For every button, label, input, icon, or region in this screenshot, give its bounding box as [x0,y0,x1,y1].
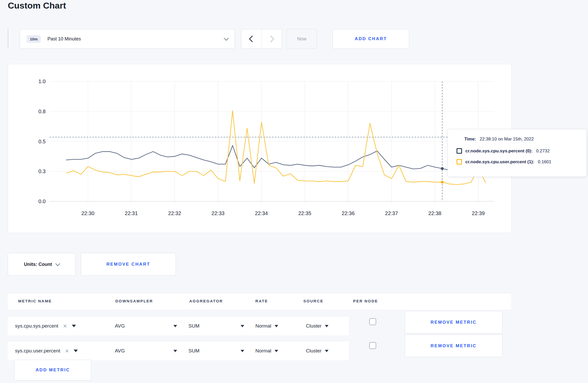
time-range-label: Past 10 Minutes [47,36,81,42]
time-range-badge: 10m [27,35,41,43]
source-value: Cluster [306,348,321,354]
tooltip-time-label: Time: [464,137,476,142]
svg-text:1.0: 1.0 [38,79,46,84]
col-header-aggregator: AGGREGATOR [189,299,223,303]
downsampler-value: AVG [115,323,125,329]
svg-text:0.8: 0.8 [38,109,46,114]
col-header-metric-name: METRIC NAME [18,299,52,303]
caret-down-icon [275,325,278,327]
custom-chart-page: Custom Chart 10m Past 10 Minutes Now ADD… [0,0,588,383]
rate-value: Normal [255,348,271,354]
svg-text:0.3: 0.3 [38,168,46,174]
tooltip-user-name: cr.node.sys.cpu.user.percent (1): [465,159,534,165]
remove-chart-button[interactable]: REMOVE CHART [81,253,176,276]
sys-series-legend-icon [457,148,462,154]
source-value: Cluster [306,323,321,329]
clear-metric-icon[interactable]: ✕ [65,348,69,354]
tooltip-sys-name: cr.node.sys.cpu.sys.percent (0): [465,148,533,154]
col-header-rate: RATE [255,299,268,303]
downsampler-select[interactable]: AVG [115,342,177,360]
chart-tooltip: Time: 22:38:10 on Mar 15th, 2022 cr.node… [447,129,587,177]
caret-down-icon [325,350,328,352]
aggregator-value: SUM [188,323,199,329]
col-header-downsampler: DOWNSAMPLER [115,299,153,303]
now-button[interactable]: Now [286,29,317,49]
aggregator-select[interactable]: SUM [188,342,244,360]
downsampler-value: AVG [115,348,125,354]
units-dropdown[interactable]: Units: Count [8,253,76,276]
caret-down-icon [241,350,244,352]
time-range-dropdown[interactable]: 10m Past 10 Minutes [20,29,235,49]
svg-text:22:31: 22:31 [125,210,138,216]
next-time-button[interactable] [262,29,282,48]
svg-text:22:37: 22:37 [385,210,398,216]
prev-time-button[interactable] [241,29,262,48]
svg-text:22:33: 22:33 [212,210,225,216]
downsampler-select[interactable]: AVG [115,317,177,335]
metric-name-value: sys.cpu.sys.percent [15,323,58,329]
rate-select[interactable]: Normal [255,342,278,360]
chart-card: 0.00.30.50.81.022:3022:3122:3222:3322:34… [8,64,512,233]
per-node-checkbox[interactable] [369,342,376,349]
rate-select[interactable]: Normal [255,317,278,335]
caret-down-icon [241,325,244,327]
table-row: sys.cpu.user.percent ✕ AVG SUM Normal Cl… [8,342,349,360]
svg-text:22:39: 22:39 [472,210,485,216]
caret-down-icon [325,325,328,327]
col-header-per-node: PER NODE [353,299,378,303]
toolbar-divider [8,29,8,49]
units-label: Units: Count [24,262,52,267]
chevron-down-icon [55,261,60,266]
tooltip-time-value: 22:38:10 on Mar 15th, 2022 [480,137,534,142]
rate-value: Normal [255,323,271,329]
remove-metric-button[interactable]: REMOVE METRIC [405,335,502,357]
clear-metric-icon[interactable]: ✕ [63,323,67,329]
aggregator-value: SUM [188,348,199,354]
svg-text:22:36: 22:36 [342,210,355,216]
caret-down-icon [275,350,278,352]
svg-text:22:38: 22:38 [428,210,441,216]
chevron-down-icon [224,36,228,40]
caret-down-icon [173,350,177,352]
add-metric-button[interactable]: ADD METRIC [14,360,91,380]
caret-down-icon [74,350,78,352]
user-series-legend-icon [457,159,462,165]
chevron-left-icon [249,36,255,42]
table-row: sys.cpu.sys.percent ✕ AVG SUM Normal Clu… [8,317,349,335]
cpu-usage-chart[interactable]: 0.00.30.50.81.022:3022:3122:3222:3322:34… [8,64,511,232]
source-select[interactable]: Cluster [306,342,328,360]
per-node-checkbox[interactable] [369,318,376,325]
tooltip-sys-value: 0.2732 [536,148,550,154]
caret-down-icon [173,325,177,327]
chevron-right-icon [268,36,274,42]
svg-text:22:34: 22:34 [255,210,268,216]
metric-name-select[interactable]: sys.cpu.sys.percent ✕ [15,317,76,335]
svg-text:22:30: 22:30 [81,210,94,216]
tooltip-user-value: 0.1601 [538,159,551,165]
source-select[interactable]: Cluster [306,317,328,335]
svg-text:0.5: 0.5 [38,139,46,144]
svg-text:22:32: 22:32 [168,210,181,216]
svg-text:22:35: 22:35 [298,210,311,216]
metric-name-value: sys.cpu.user.percent [15,348,60,354]
time-step-buttons [241,29,282,49]
remove-metric-button[interactable]: REMOVE METRIC [405,311,502,334]
metrics-table-header: METRIC NAME DOWNSAMPLER AGGREGATOR RATE … [8,294,511,310]
aggregator-select[interactable]: SUM [188,317,244,335]
svg-text:0.0: 0.0 [38,198,46,204]
caret-down-icon [72,325,76,327]
metric-name-select[interactable]: sys.cpu.user.percent ✕ [15,342,78,360]
page-title: Custom Chart [8,1,66,11]
add-chart-button[interactable]: ADD CHART [333,29,409,49]
col-header-source: SOURCE [303,299,323,303]
